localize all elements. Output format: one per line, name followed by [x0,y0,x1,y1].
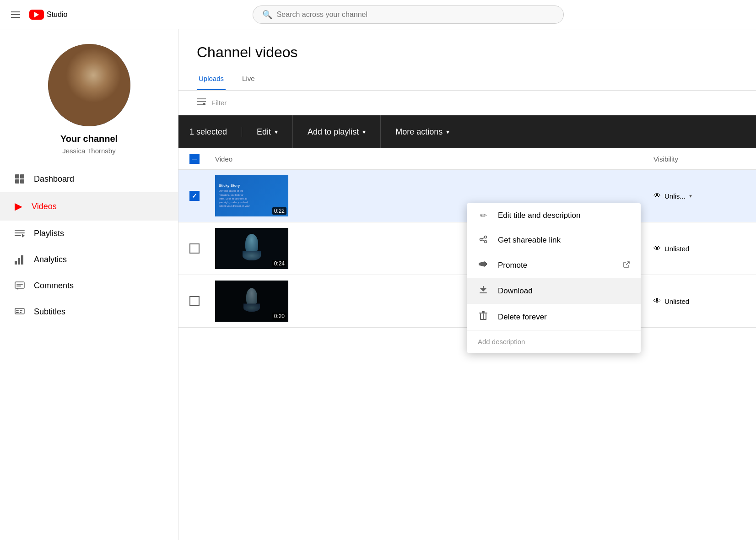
youtube-studio-logo[interactable]: Studio [29,10,67,20]
search-bar[interactable]: 🔍 [253,5,564,24]
analytics-label: Analytics [34,255,67,265]
menu-item-download[interactable]: Download [467,278,641,304]
svg-rect-30 [485,262,486,266]
more-actions-button[interactable]: More actions ▾ [381,115,464,148]
filter-bar: Filter [178,91,756,115]
sidebar-item-dashboard[interactable]: Dashboard [0,166,178,192]
svg-rect-3 [20,179,24,184]
sidebar-item-analytics[interactable]: Analytics [0,247,178,273]
row2-visibility: 👁 Unlisted [653,244,745,253]
page-title: Channel videos [197,44,738,61]
sidebar-item-subtitles[interactable]: Subtitles [0,299,178,325]
svg-rect-36 [479,313,487,313]
avatar [48,44,130,126]
channel-handle: Jessica Thornsby [62,147,115,155]
svg-rect-34 [480,292,487,293]
playlists-label: Playlists [34,229,64,238]
sidebar-item-comments[interactable]: Comments [0,273,178,299]
svg-rect-41 [480,319,486,320]
hamburger-menu-button[interactable] [7,8,24,22]
svg-marker-14 [16,288,18,290]
svg-rect-16 [16,310,19,311]
edit-title-label: Edit title and description [498,211,630,220]
visibility-dropdown-arrow[interactable]: ▾ [689,193,692,199]
add-to-playlist-button[interactable]: Add to playlist ▾ [293,115,381,148]
context-menu: ✏ Edit title and description Get shareab… [467,203,641,353]
svg-rect-6 [15,235,21,236]
main-content: Channel videos Uploads Live Filter 1 sel… [178,29,756,540]
svg-rect-12 [16,284,23,285]
row3-checkbox[interactable] [189,296,200,306]
select-all-checkbox[interactable] [189,154,200,164]
comments-label: Comments [34,281,74,291]
row3-visibility-text: Unlisted [664,297,689,305]
svg-rect-40 [486,313,486,319]
svg-point-24 [485,236,487,238]
external-link-icon [623,261,630,269]
svg-rect-1 [20,174,24,178]
edit-button[interactable]: Edit ▾ [242,115,293,148]
svg-rect-31 [486,263,487,265]
topbar: Studio 🔍 [0,0,756,29]
svg-rect-17 [20,310,22,311]
row2-checkbox[interactable] [189,243,200,254]
svg-rect-8 [15,261,17,265]
eye-icon: 👁 [653,192,661,200]
row1-visibility-text: Unlis... [664,192,686,200]
svg-rect-9 [18,258,20,265]
sidebar-item-playlists[interactable]: Playlists [0,221,178,247]
svg-rect-13 [16,286,21,286]
table-header: Video Visibility [178,148,756,170]
add-to-playlist-label: Add to playlist [308,127,359,137]
menu-item-get-link[interactable]: Get shareable link [467,228,641,253]
search-input[interactable] [277,11,554,19]
row2-duration: 0:24 [272,260,286,267]
menu-item-edit-title[interactable]: ✏ Edit title and description [467,203,641,228]
tab-uploads[interactable]: Uploads [197,68,226,90]
svg-line-28 [482,240,485,241]
svg-rect-37 [482,311,485,313]
col-visibility-header: Visibility [653,155,745,163]
row3-duration: 0:20 [272,313,286,320]
studio-label: Studio [47,11,67,19]
row2-visibility-text: Unlisted [664,245,689,253]
channel-section: Your channel Jessica Thornsby [0,29,178,166]
svg-point-23 [203,103,205,105]
svg-rect-19 [20,312,22,313]
tab-live[interactable]: Live [240,68,257,90]
menu-item-promote[interactable]: Promote [467,253,641,278]
row3-visibility: 👁 Unlisted [653,297,745,305]
svg-rect-35 [483,286,484,290]
comments-icon [15,281,25,291]
row1-checkbox[interactable] [189,191,200,201]
more-actions-label: More actions [395,127,443,137]
videos-label: Videos [32,202,57,211]
row2-thumbnail: 0:24 [215,228,288,269]
svg-line-27 [482,238,485,239]
dashboard-icon [15,174,25,184]
selection-bar: 1 selected Edit ▾ Add to playlist ▾ More… [178,115,756,148]
download-icon [478,285,489,297]
svg-line-32 [626,262,629,265]
youtube-icon [29,10,44,20]
more-actions-dropdown-arrow: ▾ [446,128,449,135]
filter-icon [197,98,206,108]
download-label: Download [498,286,630,296]
edit-title-icon: ✏ [478,211,489,221]
search-icon: 🔍 [262,10,272,20]
svg-rect-5 [15,232,25,233]
svg-rect-11 [15,282,24,288]
svg-rect-38 [480,313,481,319]
subtitles-label: Subtitles [34,307,65,317]
analytics-icon [15,255,25,265]
dashboard-label: Dashboard [34,174,74,184]
sidebar-item-videos[interactable]: ▶ Videos [0,192,178,221]
svg-rect-39 [483,313,484,319]
selection-count: 1 selected [189,127,242,137]
eye-icon: 👁 [653,244,661,253]
menu-item-delete[interactable]: Delete forever [467,304,641,330]
row1-visibility: 👁 Unlis... ▾ [653,192,745,200]
col-video-header: Video [215,155,653,163]
add-playlist-dropdown-arrow: ▾ [362,128,366,135]
slide-title: Sticky Story [219,184,285,188]
